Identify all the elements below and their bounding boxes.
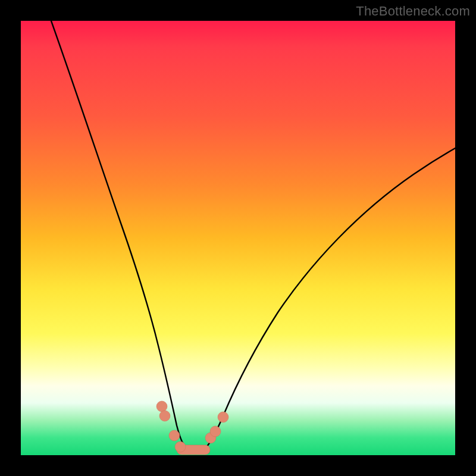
- plot-area: [21, 21, 455, 455]
- marker-dot: [218, 412, 228, 422]
- marker-group: [156, 401, 228, 455]
- curve-left: [51, 21, 190, 451]
- marker-dot: [210, 426, 221, 437]
- marker-dot: [156, 401, 167, 412]
- chart-frame: TheBottleneck.com: [0, 0, 476, 476]
- marker-dot: [159, 411, 170, 421]
- chart-svg: [21, 21, 455, 455]
- marker-dot: [175, 441, 186, 452]
- marker-dot: [169, 430, 180, 441]
- curve-right: [203, 148, 455, 451]
- watermark-text: TheBottleneck.com: [356, 4, 470, 19]
